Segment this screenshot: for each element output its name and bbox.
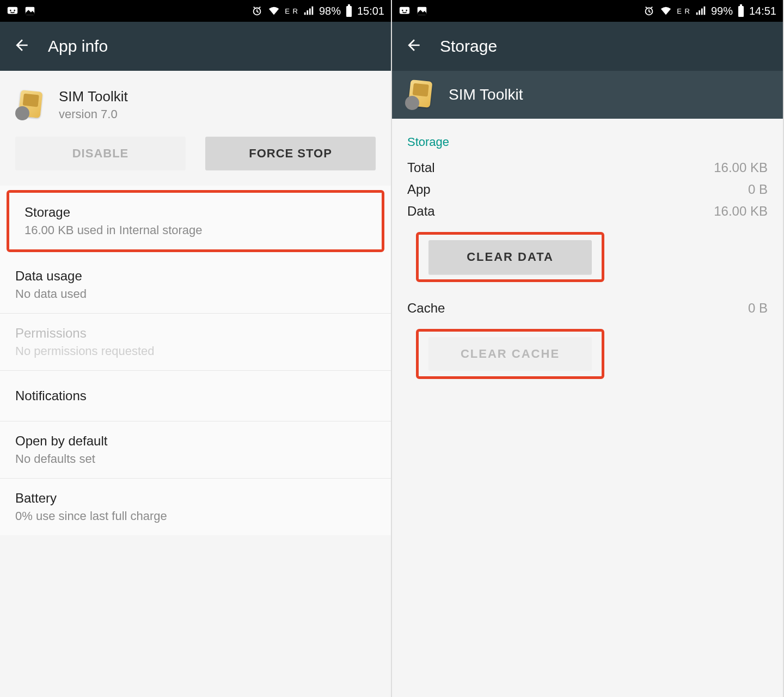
page-title: Storage bbox=[440, 37, 497, 56]
section-label-storage: Storage bbox=[392, 119, 783, 157]
panel-storage: E R 99% 14:51 Storage SIM Toolkit Storag… bbox=[392, 0, 784, 697]
clear-cache-button: CLEAR CACHE bbox=[428, 337, 592, 371]
value: 0 B bbox=[748, 301, 768, 316]
value: 16.00 KB bbox=[714, 160, 768, 175]
sim-toolkit-icon bbox=[15, 90, 46, 120]
value: 0 B bbox=[748, 182, 768, 197]
row-subtitle: No defaults set bbox=[15, 452, 376, 466]
header-bar: App info bbox=[0, 22, 391, 71]
app-header-row: SIM Toolkit bbox=[392, 71, 783, 119]
row-title: Battery bbox=[15, 491, 376, 506]
signal-icon bbox=[695, 5, 707, 17]
clock-time: 14:51 bbox=[749, 5, 776, 17]
svg-point-9 bbox=[406, 10, 407, 11]
battery-pct: 99% bbox=[711, 5, 733, 17]
disable-button[interactable]: DISABLE bbox=[15, 137, 186, 170]
messaging-icon bbox=[399, 5, 411, 17]
storage-values: Total 16.00 KB App 0 B Data 16.00 KB bbox=[392, 157, 783, 222]
network-label: E R bbox=[285, 7, 298, 15]
highlight-clear-data: CLEAR DATA bbox=[416, 232, 604, 282]
app-name: SIM Toolkit bbox=[59, 88, 128, 105]
svg-rect-12 bbox=[738, 6, 744, 17]
clear-data-button[interactable]: CLEAR DATA bbox=[428, 240, 592, 274]
row-title: Data usage bbox=[15, 268, 376, 284]
settings-list: Storage 16.00 KB used in Internal storag… bbox=[0, 186, 391, 535]
value: 16.00 KB bbox=[714, 204, 768, 219]
battery-icon bbox=[345, 4, 353, 17]
label: Data bbox=[407, 204, 435, 219]
wifi-icon bbox=[659, 5, 672, 17]
gallery-icon bbox=[24, 5, 36, 17]
row-battery[interactable]: Battery 0% use since last full charge bbox=[0, 479, 391, 535]
row-notifications[interactable]: Notifications bbox=[0, 371, 391, 421]
row-subtitle: No data used bbox=[15, 287, 376, 301]
row-storage[interactable]: Storage 16.00 KB used in Internal storag… bbox=[9, 193, 382, 249]
label: App bbox=[407, 182, 431, 197]
page-title: App info bbox=[48, 37, 108, 56]
row-data-usage[interactable]: Data usage No data used bbox=[0, 256, 391, 314]
clock-time: 15:01 bbox=[357, 5, 384, 17]
app-name: SIM Toolkit bbox=[449, 86, 523, 103]
app-info-block: SIM Toolkit version 7.0 bbox=[0, 71, 391, 131]
row-subtitle: 0% use since last full charge bbox=[15, 509, 376, 523]
messaging-icon bbox=[7, 5, 19, 17]
svg-rect-5 bbox=[346, 6, 352, 17]
svg-rect-13 bbox=[740, 4, 742, 6]
network-label: E R bbox=[677, 7, 690, 15]
row-permissions: Permissions No permissions requested bbox=[0, 314, 391, 371]
alarm-icon bbox=[643, 5, 655, 17]
status-bar: E R 99% 14:51 bbox=[392, 0, 783, 22]
row-data: Data 16.00 KB bbox=[407, 200, 768, 222]
row-app: App 0 B bbox=[407, 179, 768, 200]
sim-toolkit-icon bbox=[405, 80, 436, 110]
row-subtitle: No permissions requested bbox=[15, 344, 376, 358]
force-stop-button[interactable]: FORCE STOP bbox=[205, 137, 376, 170]
svg-point-8 bbox=[402, 10, 403, 11]
row-title: Notifications bbox=[15, 388, 376, 403]
row-open-by-default[interactable]: Open by default No defaults set bbox=[0, 421, 391, 479]
action-button-row: DISABLE FORCE STOP bbox=[0, 131, 391, 186]
row-title: Permissions bbox=[15, 326, 376, 341]
alarm-icon bbox=[251, 5, 263, 17]
battery-icon bbox=[737, 4, 745, 17]
row-total: Total 16.00 KB bbox=[407, 157, 768, 179]
svg-rect-6 bbox=[348, 4, 350, 6]
row-title: Storage bbox=[24, 205, 366, 220]
row-title: Open by default bbox=[15, 433, 376, 449]
svg-point-1 bbox=[10, 10, 11, 11]
label: Total bbox=[407, 160, 435, 175]
row-subtitle: 16.00 KB used in Internal storage bbox=[24, 223, 366, 237]
gallery-icon bbox=[416, 5, 428, 17]
row-cache: Cache 0 B bbox=[407, 297, 768, 319]
battery-pct: 98% bbox=[319, 5, 341, 17]
wifi-icon bbox=[267, 5, 280, 17]
label: Cache bbox=[407, 301, 445, 316]
cache-values: Cache 0 B bbox=[392, 297, 783, 319]
back-icon[interactable] bbox=[13, 36, 30, 56]
app-version: version 7.0 bbox=[59, 107, 128, 121]
status-bar: E R 98% 15:01 bbox=[0, 0, 391, 22]
back-icon[interactable] bbox=[405, 36, 422, 56]
panel-app-info: E R 98% 15:01 App info SIM Toolkit versi… bbox=[0, 0, 392, 697]
svg-point-2 bbox=[14, 10, 15, 11]
header-bar: Storage bbox=[392, 22, 783, 71]
signal-icon bbox=[303, 5, 315, 17]
highlight-clear-cache: CLEAR CACHE bbox=[416, 329, 604, 379]
highlight-storage: Storage 16.00 KB used in Internal storag… bbox=[7, 190, 384, 252]
